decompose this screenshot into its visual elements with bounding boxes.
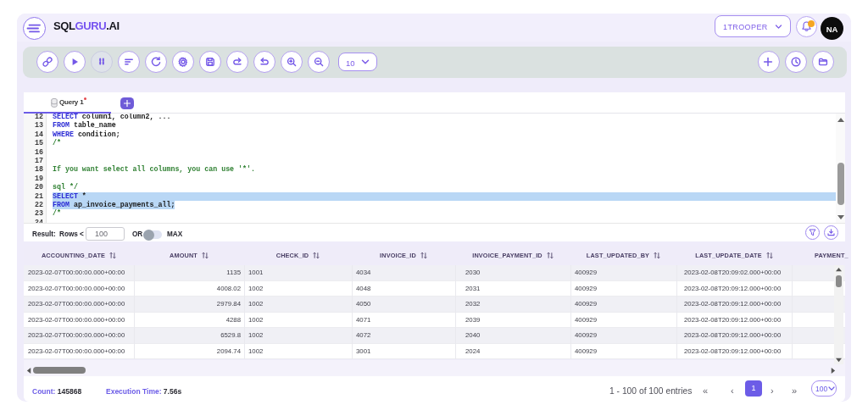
svg-text:NA: NA <box>826 24 838 33</box>
